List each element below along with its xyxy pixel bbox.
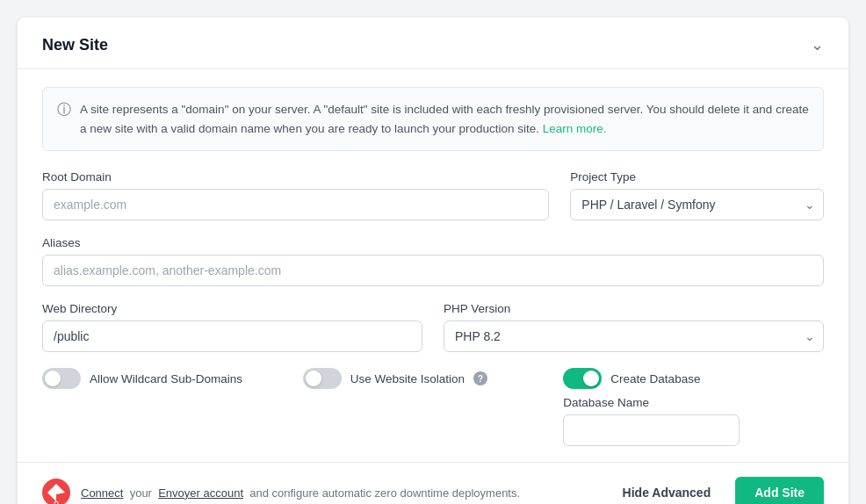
wildcard-toggle[interactable]: [42, 368, 81, 389]
create-database-label: Create Database: [610, 372, 700, 385]
website-isolation-toggle[interactable]: [303, 368, 342, 389]
footer-right: Hide Advanced Add Site: [609, 477, 824, 504]
create-database-toggle-group: Create Database Database Name: [563, 368, 824, 446]
card-title: New Site: [42, 36, 108, 54]
website-isolation-help-icon[interactable]: ?: [473, 371, 487, 385]
add-site-button[interactable]: Add Site: [735, 477, 824, 504]
info-text: A site represents a "domain" on your ser…: [80, 100, 809, 138]
web-directory-group: Web Directory: [42, 302, 422, 352]
project-type-group: Project Type PHP / Laravel / Symfony Sta…: [570, 170, 824, 220]
root-domain-input[interactable]: [42, 189, 549, 220]
chevron-down-icon[interactable]: ⌄: [811, 35, 824, 54]
db-toggle-row: Create Database: [563, 368, 740, 389]
root-domain-group: Root Domain: [42, 170, 549, 220]
database-name-label: Database Name: [563, 396, 740, 409]
wildcard-label: Allow Wildcard Sub-Domains: [90, 372, 242, 385]
php-version-group: PHP Version PHP 8.2 PHP 8.1 PHP 8.0 PHP …: [444, 302, 824, 352]
php-version-label: PHP Version: [444, 302, 824, 315]
web-directory-label: Web Directory: [42, 302, 422, 315]
db-section: Create Database Database Name: [563, 368, 740, 446]
toggles-row: Allow Wildcard Sub-Domains Use Website I…: [42, 368, 824, 446]
project-type-select-wrapper: PHP / Laravel / Symfony Static / HTML / …: [570, 189, 824, 220]
project-type-select[interactable]: PHP / Laravel / Symfony Static / HTML / …: [570, 189, 824, 220]
website-isolation-label: Use Website Isolation: [350, 372, 465, 385]
footer-left: Connect your Envoyer account and configu…: [42, 479, 520, 504]
footer-envoyer-text: Connect your Envoyer account and configu…: [81, 486, 520, 500]
card-body: ⓘ A site represents a "domain" on your s…: [18, 69, 848, 446]
card-header: New Site ⌄: [18, 18, 848, 69]
webdir-php-row: Web Directory PHP Version PHP 8.2 PHP 8.…: [42, 302, 824, 352]
domain-row: Root Domain Project Type PHP / Laravel /…: [42, 170, 824, 220]
database-name-input[interactable]: [563, 414, 740, 446]
learn-more-link[interactable]: Learn more.: [543, 122, 607, 135]
root-domain-label: Root Domain: [42, 170, 549, 184]
php-version-select[interactable]: PHP 8.2 PHP 8.1 PHP 8.0 PHP 7.4: [444, 320, 824, 352]
envoyer-account-link[interactable]: Envoyer account: [158, 486, 243, 500]
connect-link[interactable]: Connect: [81, 486, 123, 500]
website-isolation-toggle-group: Use Website Isolation ?: [303, 368, 564, 389]
aliases-group: Aliases: [42, 236, 824, 286]
project-type-label: Project Type: [570, 170, 824, 184]
create-database-toggle[interactable]: [563, 368, 602, 389]
info-icon: ⓘ: [57, 101, 71, 119]
card-footer: Connect your Envoyer account and configu…: [18, 462, 848, 504]
aliases-input[interactable]: [42, 255, 824, 286]
envoyer-icon: [42, 479, 70, 504]
php-version-select-wrapper: PHP 8.2 PHP 8.1 PHP 8.0 PHP 7.4 ⌄: [444, 320, 824, 352]
hide-advanced-button[interactable]: Hide Advanced: [609, 478, 725, 504]
database-name-group: Database Name: [563, 396, 740, 446]
aliases-label: Aliases: [42, 236, 824, 249]
web-directory-input[interactable]: [42, 320, 422, 352]
new-site-card: New Site ⌄ ⓘ A site represents a "domain…: [18, 18, 848, 504]
wildcard-toggle-group: Allow Wildcard Sub-Domains: [42, 368, 303, 389]
aliases-row: Aliases: [42, 236, 824, 286]
info-box: ⓘ A site represents a "domain" on your s…: [42, 87, 824, 151]
